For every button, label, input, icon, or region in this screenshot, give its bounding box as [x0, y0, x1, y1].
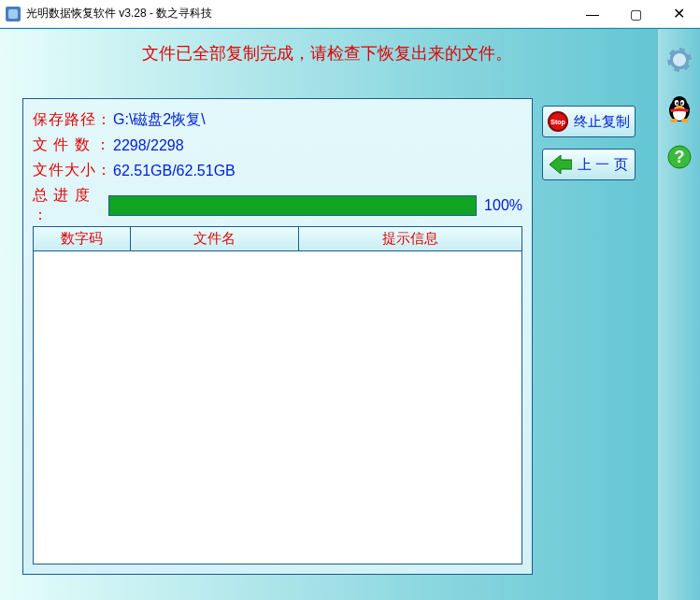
- svg-point-7: [680, 102, 682, 105]
- settings-icon[interactable]: [665, 46, 693, 74]
- app-icon: [6, 7, 21, 21]
- sidebar: ?: [657, 29, 700, 600]
- main-panel: 保存路径： G:\磁盘2恢复\ 文 件 数 ： 2298/2298 文件大小： …: [22, 98, 533, 575]
- col-message[interactable]: 提示信息: [299, 227, 521, 250]
- prev-page-button[interactable]: 上 一 页: [542, 149, 636, 180]
- arrow-left-icon: [550, 155, 572, 174]
- grid-header: 数字码 文件名 提示信息: [34, 227, 521, 251]
- qq-icon[interactable]: [665, 94, 693, 122]
- info-block: 保存路径： G:\磁盘2恢复\ 文 件 数 ： 2298/2298 文件大小： …: [23, 99, 532, 236]
- grid-body[interactable]: [34, 251, 521, 564]
- close-button[interactable]: ✕: [657, 0, 700, 28]
- progress-bar: [108, 195, 477, 216]
- file-size-label: 文件大小：: [33, 161, 113, 180]
- result-grid: 数字码 文件名 提示信息: [33, 226, 522, 564]
- progress-percent: 100%: [484, 197, 522, 214]
- save-path-label: 保存路径：: [33, 110, 113, 130]
- titlebar: 光明数据恢复软件 v3.28 - 数之寻科技 — ▢ ✕: [0, 0, 700, 28]
- save-path-value: G:\磁盘2恢复\: [113, 110, 206, 130]
- stop-copy-button[interactable]: Stop 终止复制: [542, 106, 636, 137]
- stop-copy-label: 终止复制: [574, 113, 630, 131]
- file-size-value: 62.51GB/62.51GB: [113, 163, 236, 179]
- file-count-label: 文 件 数 ：: [33, 136, 113, 155]
- col-code[interactable]: 数字码: [34, 227, 131, 250]
- file-count-value: 2298/2298: [113, 137, 184, 154]
- client-area: 文件已全部复制完成，请检查下恢复出来的文件。 保存路径： G:\磁盘2恢复\ 文…: [0, 28, 700, 600]
- maximize-button[interactable]: ▢: [614, 0, 657, 28]
- help-icon[interactable]: ?: [665, 143, 693, 171]
- progress-label: 总 进 度 ：: [33, 186, 108, 225]
- svg-point-9: [670, 119, 678, 122]
- svg-point-6: [676, 102, 678, 105]
- progress-fill: [109, 196, 476, 215]
- prev-page-label: 上 一 页: [578, 156, 627, 174]
- status-banner: 文件已全部复制完成，请检查下恢复出来的文件。: [0, 42, 654, 64]
- svg-marker-0: [550, 155, 572, 174]
- minimize-button[interactable]: —: [571, 0, 614, 28]
- col-filename[interactable]: 文件名: [131, 227, 299, 250]
- svg-point-10: [681, 119, 689, 122]
- stop-icon: Stop: [548, 111, 568, 132]
- window-title: 光明数据恢复软件 v3.28 - 数之寻科技: [26, 6, 212, 21]
- svg-text:?: ?: [674, 148, 684, 166]
